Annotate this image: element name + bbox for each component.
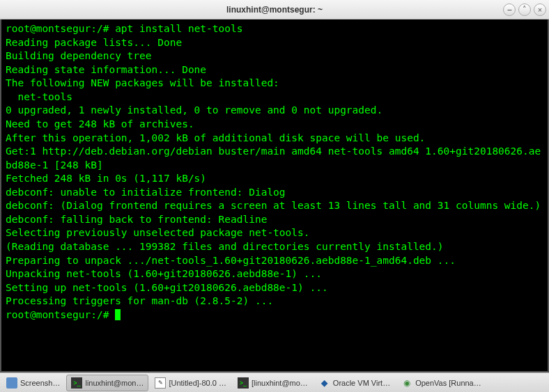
output-line: The following NEW packages will be insta…: [6, 77, 279, 88]
output-line: Need to get 248 kB of archives.: [6, 118, 194, 130]
window: linuxhint@montsegur: ~ ‒ ˄ × root@montse…: [0, 0, 549, 392]
taskbar-label: Oracle VM Virt…: [333, 379, 390, 387]
taskbar-item-editor[interactable]: ✎ [Untitled]-80.0 …: [150, 375, 231, 391]
image-icon: [6, 377, 17, 389]
output-line: Selecting previously unselected package …: [6, 227, 310, 238]
output-line: Unpacking net-tools (1.60+git20180626.ae…: [6, 268, 322, 279]
output-line: net-tools: [6, 91, 72, 102]
output-line: Fetched 248 kB in 0s (1,117 kB/s): [6, 173, 206, 184]
titlebar[interactable]: linuxhint@montsegur: ~ ‒ ˄ ×: [0, 0, 549, 19]
prompt: root@montsegur:/#: [6, 309, 109, 320]
terminal-icon: >_: [71, 377, 82, 389]
output-line: debconf: (Dialog frontend requires a scr…: [6, 200, 541, 211]
output-line: debconf: falling back to frontend: Readl…: [6, 214, 267, 225]
output-line: (Reading database ... 199382 files and d…: [6, 241, 444, 252]
output-line: Processing triggers for man-db (2.8.5-2)…: [6, 295, 273, 306]
cursor: [115, 309, 121, 320]
close-button[interactable]: ×: [534, 3, 546, 16]
document-icon: ✎: [155, 377, 166, 389]
window-controls: ‒ ˄ ×: [503, 3, 546, 16]
taskbar-label: [linuxhint@mo…: [252, 379, 308, 387]
output-line: Reading package lists... Done: [6, 37, 182, 48]
command-input: apt install net-tools: [115, 23, 242, 34]
openvas-icon: ◉: [401, 377, 412, 389]
taskbar-item-virtualbox[interactable]: ◆ Oracle VM Virt…: [314, 375, 395, 391]
output-line: Setting up net-tools (1.60+git20180626.a…: [6, 282, 328, 293]
taskbar-label: OpenVas [Runna…: [415, 379, 481, 387]
output-line: Reading state information... Done: [6, 64, 206, 75]
taskbar-item-terminal[interactable]: >_ linuxhint@mon…: [66, 375, 148, 391]
taskbar-label: Screensh…: [20, 379, 60, 387]
prompt: root@montsegur:/#: [6, 23, 115, 34]
output-line: Preparing to unpack .../net-tools_1.60+g…: [6, 255, 456, 266]
taskbar: Screensh… >_ linuxhint@mon… ✎ [Untitled]…: [0, 373, 549, 392]
output-line: After this operation, 1,002 kB of additi…: [6, 132, 425, 143]
taskbar-label: [Untitled]-80.0 …: [169, 379, 226, 387]
terminal[interactable]: root@montsegur:/# apt install net-tools …: [0, 19, 549, 373]
output-line: debconf: unable to initialize frontend: …: [6, 187, 286, 198]
maximize-button[interactable]: ˄: [518, 3, 531, 16]
virtualbox-icon: ◆: [319, 377, 330, 389]
taskbar-item-openvas[interactable]: ◉ OpenVas [Runna…: [396, 375, 486, 391]
taskbar-label: linuxhint@mon…: [85, 379, 144, 387]
minimize-button[interactable]: ‒: [503, 3, 516, 16]
terminal-icon: >_: [238, 377, 249, 389]
output-line: 0 upgraded, 1 newly installed, 0 to remo…: [6, 104, 382, 116]
window-title: linuxhint@montsegur: ~: [226, 5, 323, 15]
output-line: Get:1 http://deb.debian.org/debian buste…: [6, 146, 541, 171]
output-line: Building dependency tree: [6, 50, 152, 61]
taskbar-item-terminal-2[interactable]: >_ [linuxhint@mo…: [233, 375, 313, 391]
taskbar-item-screenshot[interactable]: Screensh…: [1, 375, 65, 391]
